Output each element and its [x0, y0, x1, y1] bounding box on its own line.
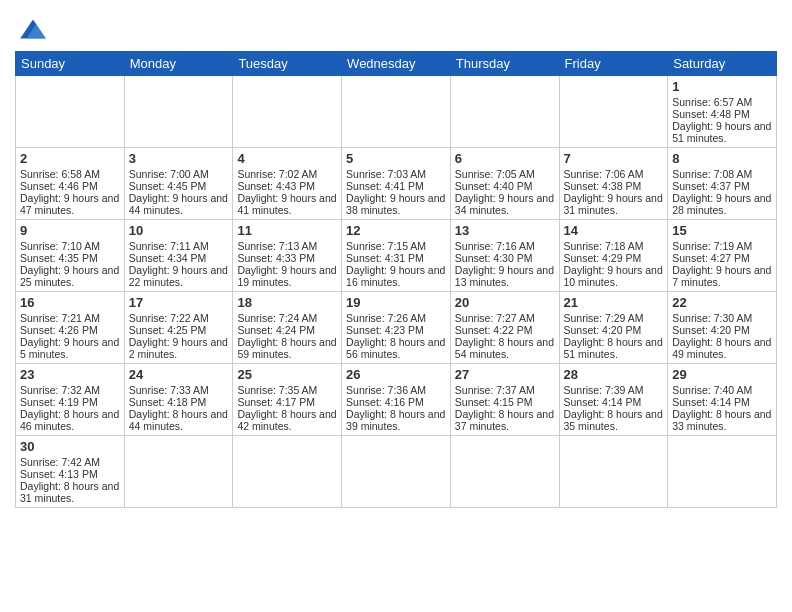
calendar-cell: 5Sunrise: 7:03 AMSunset: 4:41 PMDaylight…: [342, 148, 451, 220]
calendar-cell: 30Sunrise: 7:42 AMSunset: 4:13 PMDayligh…: [16, 436, 125, 508]
day-info: Daylight: 9 hours and 28 minutes.: [672, 192, 772, 216]
day-info: Daylight: 9 hours and 7 minutes.: [672, 264, 772, 288]
day-number: 28: [564, 367, 664, 382]
day-info: Sunrise: 7:24 AM: [237, 312, 337, 324]
calendar-cell: [16, 76, 125, 148]
calendar-cell: [233, 76, 342, 148]
day-info: Sunrise: 7:16 AM: [455, 240, 555, 252]
day-number: 9: [20, 223, 120, 238]
day-info: Sunrise: 7:42 AM: [20, 456, 120, 468]
day-number: 19: [346, 295, 446, 310]
day-info: Daylight: 9 hours and 25 minutes.: [20, 264, 120, 288]
day-number: 24: [129, 367, 229, 382]
day-info: Daylight: 8 hours and 51 minutes.: [564, 336, 664, 360]
day-info: Sunrise: 7:02 AM: [237, 168, 337, 180]
day-info: Sunset: 4:46 PM: [20, 180, 120, 192]
calendar-cell: 20Sunrise: 7:27 AMSunset: 4:22 PMDayligh…: [450, 292, 559, 364]
day-number: 11: [237, 223, 337, 238]
day-info: Daylight: 9 hours and 19 minutes.: [237, 264, 337, 288]
calendar-cell: [450, 76, 559, 148]
day-info: Sunrise: 7:11 AM: [129, 240, 229, 252]
day-info: Sunrise: 7:26 AM: [346, 312, 446, 324]
calendar-cell: [559, 436, 668, 508]
calendar-cell: 12Sunrise: 7:15 AMSunset: 4:31 PMDayligh…: [342, 220, 451, 292]
day-number: 4: [237, 151, 337, 166]
day-number: 5: [346, 151, 446, 166]
day-number: 13: [455, 223, 555, 238]
calendar-cell: 2Sunrise: 6:58 AMSunset: 4:46 PMDaylight…: [16, 148, 125, 220]
day-number: 23: [20, 367, 120, 382]
day-info: Sunrise: 7:27 AM: [455, 312, 555, 324]
day-info: Sunrise: 7:08 AM: [672, 168, 772, 180]
col-sunday: Sunday: [16, 52, 125, 76]
calendar-cell: 3Sunrise: 7:00 AMSunset: 4:45 PMDaylight…: [124, 148, 233, 220]
calendar-cell: 23Sunrise: 7:32 AMSunset: 4:19 PMDayligh…: [16, 364, 125, 436]
day-info: Sunrise: 6:58 AM: [20, 168, 120, 180]
day-info: Sunrise: 7:37 AM: [455, 384, 555, 396]
day-number: 15: [672, 223, 772, 238]
calendar-cell: 29Sunrise: 7:40 AMSunset: 4:14 PMDayligh…: [668, 364, 777, 436]
day-info: Sunrise: 7:32 AM: [20, 384, 120, 396]
day-info: Sunset: 4:31 PM: [346, 252, 446, 264]
day-number: 20: [455, 295, 555, 310]
day-info: Daylight: 9 hours and 44 minutes.: [129, 192, 229, 216]
day-info: Sunrise: 7:36 AM: [346, 384, 446, 396]
calendar-cell: 18Sunrise: 7:24 AMSunset: 4:24 PMDayligh…: [233, 292, 342, 364]
day-number: 22: [672, 295, 772, 310]
calendar-cell: [233, 436, 342, 508]
day-number: 27: [455, 367, 555, 382]
day-info: Sunset: 4:43 PM: [237, 180, 337, 192]
day-info: Daylight: 8 hours and 56 minutes.: [346, 336, 446, 360]
day-number: 12: [346, 223, 446, 238]
day-info: Daylight: 8 hours and 42 minutes.: [237, 408, 337, 432]
day-info: Sunrise: 7:40 AM: [672, 384, 772, 396]
day-info: Sunset: 4:35 PM: [20, 252, 120, 264]
day-info: Daylight: 8 hours and 39 minutes.: [346, 408, 446, 432]
day-info: Sunrise: 7:03 AM: [346, 168, 446, 180]
day-info: Sunset: 4:29 PM: [564, 252, 664, 264]
day-number: 10: [129, 223, 229, 238]
col-friday: Friday: [559, 52, 668, 76]
day-info: Sunrise: 7:13 AM: [237, 240, 337, 252]
day-info: Daylight: 8 hours and 54 minutes.: [455, 336, 555, 360]
day-number: 6: [455, 151, 555, 166]
day-info: Sunset: 4:27 PM: [672, 252, 772, 264]
calendar-cell: 16Sunrise: 7:21 AMSunset: 4:26 PMDayligh…: [16, 292, 125, 364]
day-info: Daylight: 8 hours and 49 minutes.: [672, 336, 772, 360]
day-info: Sunset: 4:15 PM: [455, 396, 555, 408]
day-info: Sunrise: 7:30 AM: [672, 312, 772, 324]
day-info: Sunrise: 7:06 AM: [564, 168, 664, 180]
calendar-cell: 17Sunrise: 7:22 AMSunset: 4:25 PMDayligh…: [124, 292, 233, 364]
day-info: Sunset: 4:25 PM: [129, 324, 229, 336]
calendar-cell: 26Sunrise: 7:36 AMSunset: 4:16 PMDayligh…: [342, 364, 451, 436]
calendar-cell: 14Sunrise: 7:18 AMSunset: 4:29 PMDayligh…: [559, 220, 668, 292]
day-info: Sunrise: 7:19 AM: [672, 240, 772, 252]
calendar-cell: 21Sunrise: 7:29 AMSunset: 4:20 PMDayligh…: [559, 292, 668, 364]
day-info: Sunset: 4:41 PM: [346, 180, 446, 192]
day-info: Sunset: 4:37 PM: [672, 180, 772, 192]
day-info: Sunrise: 6:57 AM: [672, 96, 772, 108]
day-info: Sunset: 4:20 PM: [564, 324, 664, 336]
day-info: Sunrise: 7:29 AM: [564, 312, 664, 324]
day-info: Daylight: 8 hours and 33 minutes.: [672, 408, 772, 432]
day-info: Sunrise: 7:10 AM: [20, 240, 120, 252]
day-info: Daylight: 9 hours and 38 minutes.: [346, 192, 446, 216]
day-info: Sunset: 4:20 PM: [672, 324, 772, 336]
calendar-cell: 4Sunrise: 7:02 AMSunset: 4:43 PMDaylight…: [233, 148, 342, 220]
calendar-cell: 13Sunrise: 7:16 AMSunset: 4:30 PMDayligh…: [450, 220, 559, 292]
day-info: Daylight: 9 hours and 47 minutes.: [20, 192, 120, 216]
calendar-cell: 9Sunrise: 7:10 AMSunset: 4:35 PMDaylight…: [16, 220, 125, 292]
calendar-cell: [124, 76, 233, 148]
day-number: 30: [20, 439, 120, 454]
day-number: 18: [237, 295, 337, 310]
day-info: Daylight: 9 hours and 10 minutes.: [564, 264, 664, 288]
day-info: Sunset: 4:14 PM: [672, 396, 772, 408]
day-info: Daylight: 8 hours and 59 minutes.: [237, 336, 337, 360]
calendar-cell: [668, 436, 777, 508]
day-info: Sunset: 4:18 PM: [129, 396, 229, 408]
day-info: Daylight: 8 hours and 44 minutes.: [129, 408, 229, 432]
calendar-cell: 7Sunrise: 7:06 AMSunset: 4:38 PMDaylight…: [559, 148, 668, 220]
day-number: 8: [672, 151, 772, 166]
day-number: 1: [672, 79, 772, 94]
day-info: Daylight: 9 hours and 16 minutes.: [346, 264, 446, 288]
